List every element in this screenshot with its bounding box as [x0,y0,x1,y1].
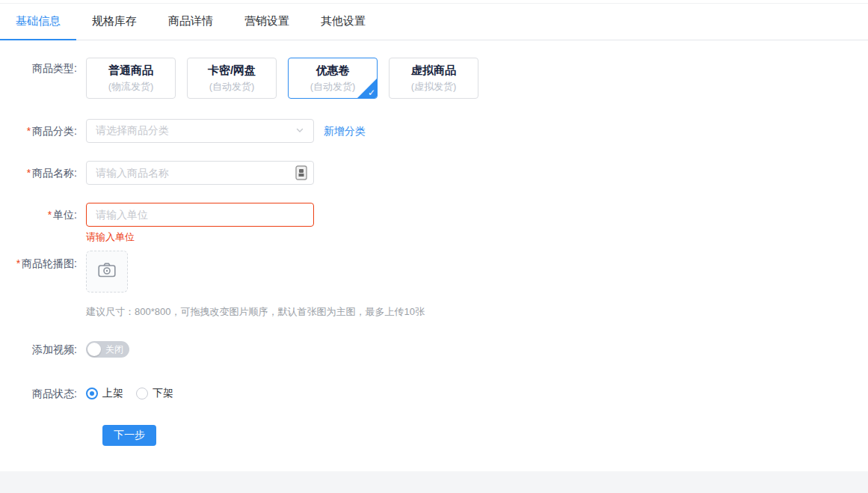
video-label-text: 添加视频: [32,343,77,355]
type-card-title: 优惠卷 [316,63,350,77]
status-label-text: 商品状态: [32,388,77,399]
type-card-normal[interactable]: 普通商品 (物流发货) [86,58,176,99]
switch-knob [87,343,101,356]
product-name-label-text: 商品名称: [32,167,77,179]
product-name-label: *商品名称: [0,161,86,185]
video-switch[interactable]: 关闭 [86,341,129,358]
row-category: *商品分类: 请选择商品分类 新增分类 [0,119,868,143]
unit-label-text: 单位: [53,209,77,221]
carousel-upload-box[interactable] [86,251,128,293]
product-type-cards: 普通商品 (物流发货) 卡密/网盘 (自动发货) 优惠卷 (自动发货) ✓ 虚拟… [86,58,478,99]
next-step-button[interactable]: 下一步 [102,425,156,446]
submit-row: 下一步 [0,425,868,446]
carousel-label: *商品轮播图: [0,251,86,319]
category-select[interactable]: 请选择商品分类 [86,119,314,143]
type-card-title: 普通商品 [108,63,153,77]
radio-offline[interactable]: 下架 [136,387,173,400]
type-card-title: 卡密/网盘 [208,63,256,77]
category-select-placeholder: 请选择商品分类 [96,124,169,138]
status-label: 商品状态: [0,387,86,400]
required-mark: * [27,167,31,179]
product-name-input-wrap [86,161,314,185]
type-card-subtitle: (自动发货) [310,80,356,94]
type-card-cardkey[interactable]: 卡密/网盘 (自动发货) [187,58,277,99]
product-type-label-text: 商品类型: [32,62,77,74]
radio-offline-label: 下架 [153,387,173,400]
carousel-label-text: 商品轮播图: [22,257,77,269]
carousel-hint: 建议尺寸：800*800，可拖拽改变图片顺序，默认首张图为主图，最多上传10张 [86,305,425,319]
unit-input[interactable] [86,203,314,227]
required-mark: * [27,125,31,137]
tab-basic-info[interactable]: 基础信息 [0,3,76,40]
switch-label: 关闭 [105,341,123,358]
category-label: *商品分类: [0,119,86,143]
check-icon: ✓ [368,88,375,97]
status-radio-group: 上架 下架 [86,387,173,400]
product-name-input[interactable] [86,161,314,185]
video-label: 添加视频: [0,341,86,358]
tab-product-detail[interactable]: 商品详情 [153,3,229,40]
row-video: 添加视频: 关闭 [0,341,868,358]
carousel-field: 建议尺寸：800*800，可拖拽改变图片顺序，默认首张图为主图，最多上传10张 [86,251,425,319]
tab-marketing-settings[interactable]: 营销设置 [229,3,305,40]
unit-label: *单位: [0,203,86,244]
radio-circle [136,388,148,399]
required-mark: * [16,257,20,269]
unit-error-message: 请输入单位 [86,230,314,244]
footer-strip [0,471,868,493]
row-status: 商品状态: 上架 下架 [0,387,868,400]
add-category-link[interactable]: 新增分类 [324,119,366,143]
row-product-type: 商品类型: 普通商品 (物流发货) 卡密/网盘 (自动发货) 优惠卷 (自动发货… [0,58,868,99]
row-product-name: *商品名称: [0,161,868,185]
product-type-label: 商品类型: [0,58,86,99]
product-form: 商品类型: 普通商品 (物流发货) 卡密/网盘 (自动发货) 优惠卷 (自动发货… [0,58,868,446]
type-card-subtitle: (物流发货) [108,80,154,94]
tab-bar: 基础信息 规格库存 商品详情 营销设置 其他设置 [0,3,868,40]
radio-circle-checked [86,388,98,399]
radio-online[interactable]: 上架 [86,387,123,400]
type-card-subtitle: (虚拟发货) [411,80,457,94]
autofill-icon[interactable] [295,165,307,183]
type-card-virtual[interactable]: 虚拟商品 (虚拟发货) [389,58,478,99]
row-carousel: *商品轮播图: 建议尺寸：800*800，可拖拽改变图片顺序，默认首张图为主图，… [0,251,868,319]
camera-icon [98,263,116,281]
type-card-subtitle: (自动发货) [209,80,255,94]
category-label-text: 商品分类: [32,125,77,137]
radio-online-label: 上架 [102,387,123,400]
unit-field: 请输入单位 [86,203,314,244]
tab-spec-stock[interactable]: 规格库存 [76,3,153,40]
type-card-title: 虚拟商品 [411,63,456,77]
type-card-coupon[interactable]: 优惠卷 (自动发货) ✓ [288,58,378,99]
tab-other-settings[interactable]: 其他设置 [305,3,381,40]
chevron-down-icon [295,124,304,138]
required-mark: * [48,209,52,221]
row-unit: *单位: 请输入单位 [0,203,868,244]
